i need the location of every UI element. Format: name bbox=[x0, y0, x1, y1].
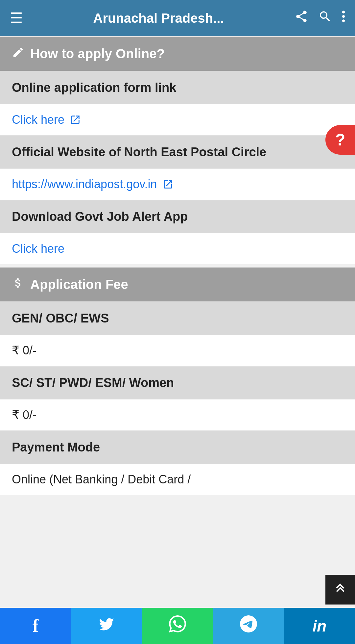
sc-st-fee-value: ₹ 0/- bbox=[12, 408, 36, 422]
application-fee-header: Application Fee bbox=[0, 267, 355, 301]
gen-obc-ews-label-row: GEN/ OBC/ EWS bbox=[0, 301, 355, 335]
download-app-label-row: Download Govt Job Alert App bbox=[0, 200, 355, 233]
whatsapp-share-button[interactable] bbox=[142, 608, 213, 644]
telegram-share-button[interactable] bbox=[213, 608, 284, 644]
linkedin-share-button[interactable]: in bbox=[284, 608, 355, 644]
click-here-link[interactable]: Click here bbox=[12, 113, 81, 127]
sc-st-pwd-label: SC/ ST/ PWD/ ESM/ Women bbox=[12, 376, 174, 390]
facebook-icon: f bbox=[33, 616, 38, 636]
linkedin-icon: in bbox=[313, 617, 327, 635]
bottom-share-bar: f in bbox=[0, 608, 355, 644]
payment-mode-value: Online (Net Banking / Debit Card / bbox=[12, 473, 191, 486]
payment-mode-label: Payment Mode bbox=[12, 440, 100, 454]
online-form-label-row: Online application form link bbox=[0, 71, 355, 104]
download-app-label: Download Govt Job Alert App bbox=[12, 210, 188, 223]
indiapost-link-row: https://www.indiapost.gov.in bbox=[0, 168, 355, 200]
telegram-icon bbox=[240, 615, 257, 636]
scroll-top-button[interactable] bbox=[325, 575, 355, 605]
help-button[interactable]: ? bbox=[325, 125, 355, 155]
facebook-share-button[interactable]: f bbox=[0, 608, 71, 644]
how-to-apply-title: How to apply Online? bbox=[30, 46, 165, 61]
gen-fee-row: ₹ 0/- bbox=[0, 335, 355, 366]
twitter-share-button[interactable] bbox=[71, 608, 142, 644]
svg-point-0 bbox=[342, 11, 345, 13]
main-content: How to apply Online? Online application … bbox=[0, 36, 355, 534]
online-form-label: Online application form link bbox=[12, 81, 176, 94]
application-fee-title: Application Fee bbox=[30, 277, 128, 292]
gen-obc-ews-label: GEN/ OBC/ EWS bbox=[12, 311, 109, 325]
app-click-here-row: Click here bbox=[0, 233, 355, 264]
sc-st-pwd-label-row: SC/ ST/ PWD/ ESM/ Women bbox=[0, 366, 355, 399]
official-website-label: Official Website of North East Postal Ci… bbox=[12, 145, 266, 159]
sc-st-fee-row: ₹ 0/- bbox=[0, 399, 355, 430]
more-options-icon[interactable] bbox=[342, 10, 345, 27]
edit-icon bbox=[12, 46, 24, 62]
payment-mode-value-row: Online (Net Banking / Debit Card / bbox=[0, 464, 355, 495]
how-to-apply-header: How to apply Online? bbox=[0, 36, 355, 71]
app-click-here-link[interactable]: Click here bbox=[12, 242, 64, 256]
official-website-label-row: Official Website of North East Postal Ci… bbox=[0, 135, 355, 168]
twitter-icon bbox=[98, 615, 115, 636]
share-icon[interactable] bbox=[295, 10, 308, 27]
money-icon bbox=[12, 277, 24, 292]
nav-icons bbox=[295, 10, 345, 27]
click-here-row: Click here bbox=[0, 104, 355, 135]
nav-title: Arunachal Pradesh... bbox=[29, 11, 288, 26]
hamburger-icon[interactable]: ☰ bbox=[10, 11, 23, 25]
indiapost-link[interactable]: https://www.indiapost.gov.in bbox=[12, 177, 174, 191]
search-icon[interactable] bbox=[318, 10, 332, 27]
whatsapp-icon bbox=[169, 615, 186, 636]
svg-point-1 bbox=[342, 15, 345, 18]
svg-point-2 bbox=[342, 19, 345, 22]
top-navigation: ☰ Arunachal Pradesh... bbox=[0, 0, 355, 36]
payment-mode-label-row: Payment Mode bbox=[0, 430, 355, 464]
gen-fee-value: ₹ 0/- bbox=[12, 344, 36, 357]
